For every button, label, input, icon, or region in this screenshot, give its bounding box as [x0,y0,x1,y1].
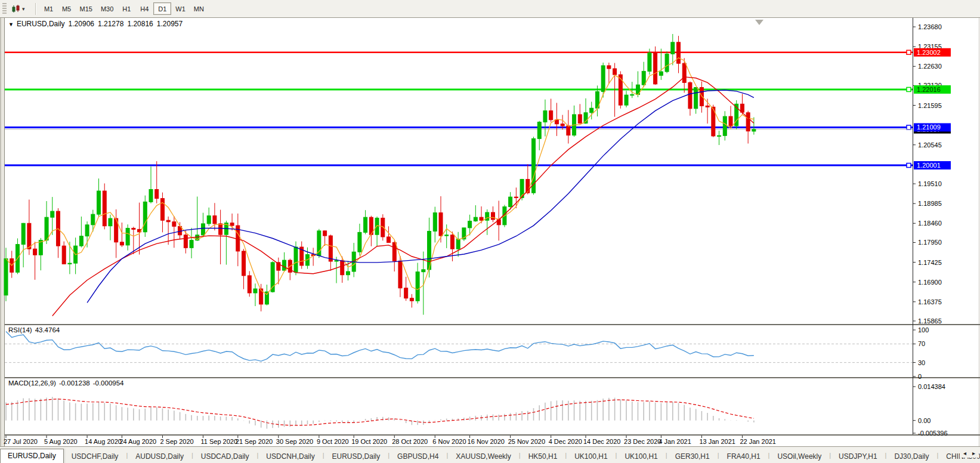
bear-candle [387,237,391,242]
bull-candle [149,190,153,202]
mt4-window: ▾ M1M5M15M30H1H4D1W1MN ▼EURUSD,Daily1.20… [0,0,980,463]
current-price-line: 1.20957 [5,125,951,134]
macd-label: MACD(12,26,9)-0.001238-0.000954 [8,379,126,387]
bear-candle [155,190,159,199]
bull-candle [474,217,477,221]
bear-candle [103,191,106,226]
bear-candle [392,242,396,261]
bull-candle [201,224,205,235]
bull-candle [665,54,669,72]
tab-nav-left-arrow[interactable]: ◂ [962,449,967,458]
bull-candle [642,71,645,85]
horizontal-level-lines[interactable] [5,50,913,167]
bull-candle [207,216,211,224]
bull-candle [601,66,605,92]
bear-candle [213,216,217,224]
ma-fast-line [6,58,754,295]
date-label: 16 Nov 2020 [468,438,505,445]
bear-candle [654,53,657,84]
bull-candle [335,261,338,261]
chart-menu-icon[interactable]: ▼ [8,21,14,27]
svg-text:1.22016: 1.22016 [917,86,941,93]
macd-pane[interactable]: 0.0143840.00-0.005396 [6,383,948,437]
rsi-pane[interactable]: 10070300 [5,326,929,380]
bull-candle [694,88,698,109]
bear-candle [120,242,123,245]
bear-candle [746,113,750,131]
bull-candle [109,218,112,226]
shift-end-triangle[interactable] [755,20,763,25]
date-label: 2 Sep 2020 [160,438,193,445]
bear-candle [329,236,332,261]
rsi-value: 43.4764 [35,326,60,334]
date-label: 25 Nov 2020 [508,438,545,445]
bear-candle [33,249,37,255]
chart-canvas[interactable]: 1.236801.231551.226301.221201.215951.205… [0,0,980,463]
bear-candle [219,224,222,234]
bear-candle [381,218,385,237]
bull-candle [433,213,437,232]
level-line-label: 1.21009 [914,123,951,131]
bull-candle [283,260,286,270]
bull-candle [68,263,72,264]
svg-text:100: 100 [918,326,929,334]
line-anchor-handle [907,50,911,54]
bear-candle [677,42,681,63]
bull-candle [630,95,634,95]
bear-candle [404,288,408,298]
bull-candle [346,271,350,275]
svg-text:1.17950: 1.17950 [918,239,942,246]
line-anchor-handle [907,87,911,91]
bear-candle [491,212,494,220]
bear-candle [688,82,692,109]
bull-candle [190,240,193,248]
svg-text:0: 0 [918,373,922,380]
bull-candle [416,272,419,301]
candle-bodies[interactable] [4,42,756,304]
bear-candle [619,75,622,105]
level-line-label: 1.23002 [914,48,951,57]
bull-candle [294,247,298,272]
date-label: 22 Jan 2021 [740,438,776,445]
date-label: 14 Dec 2020 [583,438,620,445]
bull-candle [648,53,651,72]
bull-candle [590,108,593,113]
macd-name: MACD(12,26,9) [8,379,56,387]
bear-candle [184,235,187,248]
bull-candle [91,214,95,225]
svg-text:30: 30 [918,359,925,366]
date-label: 13 Jan 2021 [699,438,735,445]
svg-text:1.17425: 1.17425 [918,259,942,266]
date-label: 6 Nov 2020 [432,438,466,445]
bull-candle [468,221,472,227]
date-label: 28 Oct 2020 [392,438,428,445]
bull-candle [723,116,727,135]
tab-nav-right-arrow[interactable]: ▸ [971,449,976,458]
bear-candle [480,217,483,220]
chart-title: ▼EURUSD,Daily1.209061.212781.208161.2095… [8,20,186,28]
date-label: 24 Aug 2020 [119,438,156,445]
bull-candle [51,211,54,217]
bull-candle [375,218,379,234]
svg-text:1.16375: 1.16375 [918,298,942,305]
date-axis[interactable]: 27 Jul 20205 Aug 202014 Aug 202024 Aug 2… [4,436,776,445]
svg-text:1.18985: 1.18985 [918,200,942,207]
svg-text:1.19510: 1.19510 [918,180,942,187]
svg-text:0.00: 0.00 [918,417,930,424]
ohlc-high: 1.21278 [98,20,123,28]
date-label: 4 Dec 2020 [549,438,582,445]
ohlc-open: 1.20906 [69,20,94,28]
svg-text:1.22630: 1.22630 [918,63,942,70]
macd-value-main: -0.001238 [59,379,90,387]
bear-candle [323,231,327,236]
date-label: 30 Sep 2020 [276,438,313,445]
bull-candle [97,191,101,214]
level-line-label: 1.22016 [914,85,951,94]
bear-candle [172,222,176,227]
bull-candle [537,122,541,139]
svg-text:1.18460: 1.18460 [918,220,942,227]
bull-candle [364,217,367,232]
date-label: 11 Sep 2020 [200,438,237,445]
date-label: 4 Jan 2021 [659,438,691,445]
tab-nav: ◂ ▸ [960,449,979,458]
